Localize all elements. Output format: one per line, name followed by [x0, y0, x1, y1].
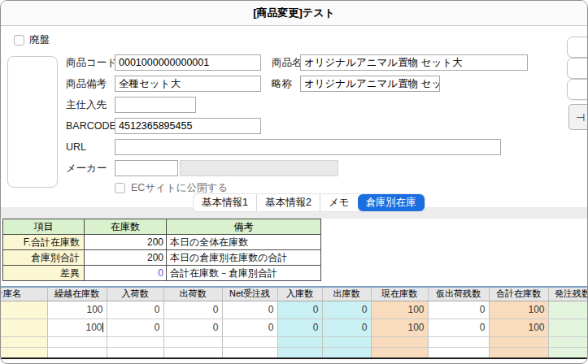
warehouse-name-cell[interactable] — [1, 318, 47, 336]
stock-empty-row — [1, 347, 588, 358]
maker-label: メーカー — [66, 160, 107, 176]
side-button-1[interactable] — [567, 37, 588, 58]
abbreviation-label: 略称 — [272, 76, 292, 92]
stock-empty-row — [1, 336, 588, 347]
tab-basic-info-1[interactable]: 基本情報1 — [194, 194, 257, 211]
tab-bar: 基本情報1 基本情報2 メモ 倉庫別在庫 — [194, 194, 425, 211]
stock-summary-table: 項目 在庫数 備考 F.合計在庫数 200 本日の全体在庫数 倉庫別合計 200… — [2, 219, 321, 281]
ec-publish-label: ECサイトに公開する — [131, 180, 228, 196]
stock-row-2: 100 0 0 0 0 0 100 0 100 — [1, 318, 588, 336]
product-note-label: 商品備考 — [66, 76, 107, 92]
ec-publish-checkbox[interactable] — [115, 183, 125, 193]
supplier-input[interactable] — [115, 97, 196, 113]
warehouse-name-cell[interactable] — [1, 301, 47, 318]
product-code-input[interactable]: 0001000000000001 — [115, 54, 261, 71]
summary-row-warehouse-total: 倉庫別合計 200 本日の倉庫別在庫数の合計 — [3, 250, 321, 266]
product-code-label: 商品コード — [66, 54, 117, 71]
product-note-input[interactable]: 全種セット大 — [115, 76, 261, 92]
summary-header-item: 項目 — [3, 219, 85, 235]
window-titlebar[interactable]: [商品変更]テスト — [1, 1, 587, 26]
text-cursor — [102, 323, 103, 332]
stock-row-1: 100 0 0 0 0 0 100 0 100 — [1, 301, 588, 318]
side-button-3[interactable] — [567, 79, 588, 100]
product-name-label: 商品名 — [272, 54, 303, 71]
summary-header-row: 項目 在庫数 備考 — [3, 219, 321, 235]
window-title: [商品変更]テスト — [253, 6, 335, 20]
url-label: URL — [66, 139, 86, 155]
maker-name-field — [180, 160, 338, 176]
collapse-panel-button[interactable]: ⊣ — [568, 104, 588, 130]
tab-left-icon: ⊣ — [576, 111, 585, 124]
abbreviation-input[interactable]: オリジナルアニマル置物 セッ — [300, 76, 440, 92]
product-edit-window: [商品変更]テスト 廃盤 商品コード 0001000000000001 商品名 … — [0, 0, 588, 364]
stock-header-row: 倉庫名 繰越在庫数 入荷数 出荷数 Net受注残 入庫数 出庫数 現在庫数 仮出… — [1, 288, 588, 301]
discontinued-label: 廃盤 — [29, 32, 50, 48]
side-button-2[interactable] — [567, 58, 588, 79]
editing-cell[interactable]: 100 — [47, 318, 107, 336]
maker-input[interactable] — [115, 160, 178, 176]
barcode-label: BARCODE — [66, 118, 116, 134]
barcode-input[interactable]: 4512365895455 — [115, 118, 261, 134]
stock-empty-row — [1, 358, 588, 359]
tab-memo[interactable]: メモ — [320, 194, 358, 211]
warehouse-stock-table: 倉庫名 繰越在庫数 入荷数 出荷数 Net受注残 入庫数 出庫数 現在庫数 仮出… — [1, 288, 588, 359]
tab-basic-info-2[interactable]: 基本情報2 — [257, 194, 320, 211]
url-input[interactable] — [115, 139, 501, 155]
product-image-box[interactable] — [7, 56, 58, 188]
supplier-label: 主仕入先 — [66, 97, 107, 113]
summary-header-note: 備考 — [167, 219, 321, 235]
product-name-input[interactable]: オリジナルアニマル置物 セット大 — [300, 54, 528, 71]
discontinued-checkbox[interactable] — [14, 35, 24, 46]
summary-row-total: F.合計在庫数 200 本日の全体在庫数 — [3, 235, 321, 250]
tab-warehouse-stock[interactable]: 倉庫別在庫 — [358, 194, 425, 211]
summary-header-qty: 在庫数 — [85, 219, 167, 235]
summary-row-difference: 差異 0 合計在庫数－倉庫別合計 — [3, 266, 321, 281]
warehouse-stock-table-wrap: 倉庫名 繰越在庫数 入荷数 出荷数 Net受注残 入庫数 出庫数 現在庫数 仮出… — [1, 286, 588, 359]
